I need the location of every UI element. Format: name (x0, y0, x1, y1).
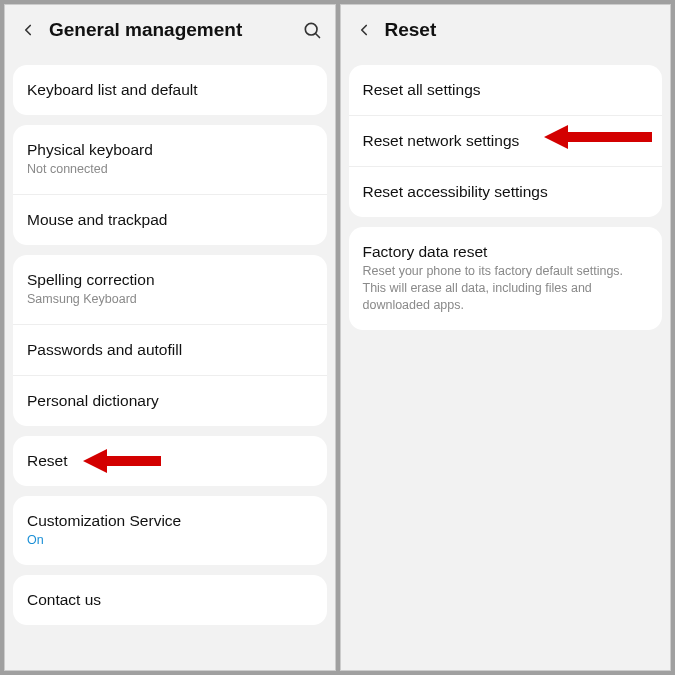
header: General management (5, 5, 335, 55)
item-customization-service[interactable]: Customization Service On (13, 496, 327, 565)
item-reset-accessibility-settings[interactable]: Reset accessibility settings (349, 166, 663, 217)
item-title: Keyboard list and default (27, 81, 313, 99)
screen-general-management: General management Keyboard list and def… (4, 4, 336, 671)
item-personal-dictionary[interactable]: Personal dictionary (13, 375, 327, 426)
item-title: Factory data reset (363, 243, 649, 261)
item-title: Passwords and autofill (27, 341, 313, 359)
settings-group: Customization Service On (13, 496, 327, 565)
settings-group: Reset all settings Reset network setting… (349, 65, 663, 217)
content: Keyboard list and default Physical keybo… (5, 55, 335, 670)
item-reset[interactable]: Reset (13, 436, 327, 486)
item-subtitle: Reset your phone to its factory default … (363, 263, 649, 314)
item-mouse-trackpad[interactable]: Mouse and trackpad (13, 194, 327, 245)
item-title: Reset accessibility settings (363, 183, 649, 201)
item-title: Reset all settings (363, 81, 649, 99)
screen-reset: Reset Reset all settings Reset network s… (340, 4, 672, 671)
header: Reset (341, 5, 671, 55)
back-icon[interactable] (17, 19, 39, 41)
search-icon[interactable] (301, 19, 323, 41)
item-subtitle: Not connected (27, 161, 313, 178)
item-subtitle: On (27, 532, 313, 549)
settings-group: Keyboard list and default (13, 65, 327, 115)
settings-group: Reset (13, 436, 327, 486)
settings-group: Physical keyboard Not connected Mouse an… (13, 125, 327, 245)
item-physical-keyboard[interactable]: Physical keyboard Not connected (13, 125, 327, 194)
back-icon[interactable] (353, 19, 375, 41)
item-reset-all-settings[interactable]: Reset all settings (349, 65, 663, 115)
item-contact-us[interactable]: Contact us (13, 575, 327, 625)
item-keyboard-list[interactable]: Keyboard list and default (13, 65, 327, 115)
item-reset-network-settings[interactable]: Reset network settings (349, 115, 663, 166)
item-title: Reset (27, 452, 313, 470)
settings-group: Contact us (13, 575, 327, 625)
item-title: Mouse and trackpad (27, 211, 313, 229)
item-spelling-correction[interactable]: Spelling correction Samsung Keyboard (13, 255, 327, 324)
page-title: General management (49, 19, 301, 41)
item-title: Physical keyboard (27, 141, 313, 159)
settings-group: Factory data reset Reset your phone to i… (349, 227, 663, 330)
item-passwords-autofill[interactable]: Passwords and autofill (13, 324, 327, 375)
item-title: Personal dictionary (27, 392, 313, 410)
item-title: Reset network settings (363, 132, 649, 150)
item-title: Spelling correction (27, 271, 313, 289)
content: Reset all settings Reset network setting… (341, 55, 671, 670)
item-factory-data-reset[interactable]: Factory data reset Reset your phone to i… (349, 227, 663, 330)
item-title: Customization Service (27, 512, 313, 530)
svg-line-1 (315, 34, 319, 38)
item-subtitle: Samsung Keyboard (27, 291, 313, 308)
item-title: Contact us (27, 591, 313, 609)
page-title: Reset (385, 19, 659, 41)
settings-group: Spelling correction Samsung Keyboard Pas… (13, 255, 327, 426)
